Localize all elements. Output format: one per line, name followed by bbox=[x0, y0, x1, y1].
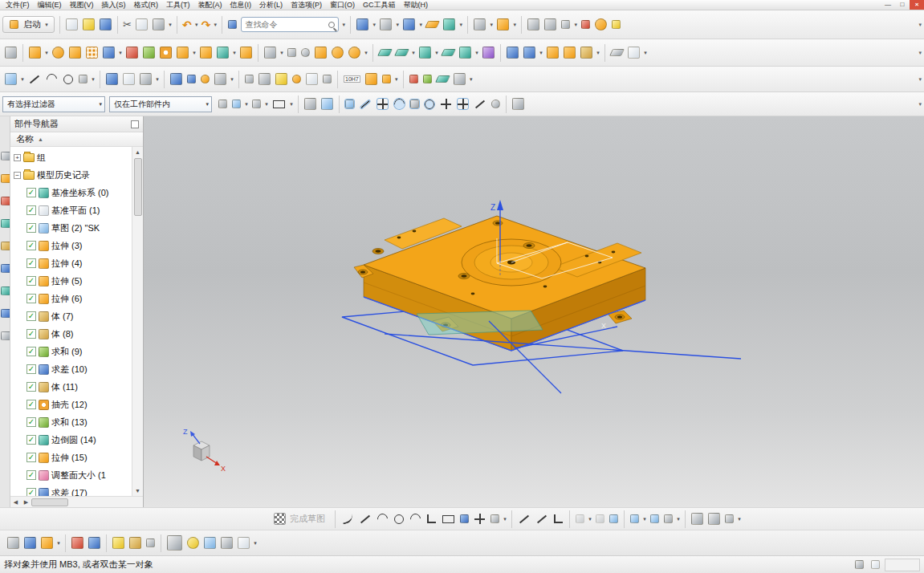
checkbox[interactable]: ✓ bbox=[26, 435, 36, 445]
menu-file[interactable]: 文件(F) bbox=[2, 0, 34, 10]
quick-trim-button[interactable] bbox=[519, 514, 529, 523]
chevron-down-icon[interactable]: ▾ bbox=[394, 22, 401, 28]
save-button[interactable] bbox=[100, 18, 112, 30]
chevron-down-icon[interactable]: ▾ bbox=[434, 50, 440, 56]
menu-insert[interactable]: 插入(S) bbox=[98, 0, 130, 10]
sketch-line-button[interactable] bbox=[30, 75, 39, 83]
checkbox[interactable]: ✓ bbox=[26, 347, 36, 356]
chevron-down-icon[interactable]: ▾ bbox=[90, 76, 96, 83]
edit-object-display-button[interactable] bbox=[497, 18, 509, 30]
menu-analysis[interactable]: 分析(L) bbox=[255, 0, 287, 10]
chevron-down-icon[interactable]: ▾ bbox=[154, 76, 161, 83]
chevron-down-icon[interactable]: ▾ bbox=[572, 22, 579, 28]
move-object-button[interactable] bbox=[474, 18, 486, 30]
deviation-gauge-button[interactable] bbox=[292, 75, 301, 83]
transparent-body-button[interactable] bbox=[321, 98, 333, 110]
direct-sketch-button[interactable] bbox=[5, 73, 17, 85]
show-hide-button[interactable] bbox=[204, 537, 216, 549]
spell-check-button[interactable] bbox=[123, 73, 135, 85]
set-sketch-symmetry-button[interactable] bbox=[609, 514, 618, 523]
chevron-down-icon[interactable]: ▾ bbox=[43, 50, 50, 56]
wrap-geometry-button[interactable] bbox=[482, 47, 495, 59]
chevron-down-icon[interactable]: ▾ bbox=[231, 50, 238, 56]
chevron-down-icon[interactable]: ▾ bbox=[538, 50, 544, 56]
rectangle-button[interactable] bbox=[442, 515, 454, 523]
checkbox[interactable]: ✓ bbox=[26, 223, 36, 233]
sync-modeling-button[interactable] bbox=[201, 75, 210, 83]
toolbar-overflow-icon[interactable]: ▾ bbox=[918, 101, 922, 108]
tree-item[interactable]: ✓ 调整面大小 (1 bbox=[10, 466, 132, 484]
i-form-button[interactable] bbox=[435, 75, 450, 83]
expressions-button[interactable] bbox=[106, 73, 118, 85]
sketch-circle-button[interactable] bbox=[63, 75, 73, 84]
chevron-down-icon[interactable]: ▾ bbox=[212, 22, 218, 28]
display-mode-button[interactable] bbox=[167, 535, 182, 551]
offset-surface-button[interactable] bbox=[507, 47, 519, 59]
maximize-button[interactable]: □ bbox=[895, 0, 910, 10]
snap-existing-point-button[interactable] bbox=[458, 99, 468, 109]
new-component-button[interactable] bbox=[112, 537, 124, 549]
wave-geometry-link-button[interactable] bbox=[71, 537, 83, 549]
chevron-down-icon[interactable]: ▾ bbox=[468, 76, 474, 83]
snap-midpoint-button[interactable] bbox=[377, 99, 388, 109]
point-button[interactable] bbox=[301, 48, 310, 57]
search-input[interactable] bbox=[245, 20, 328, 29]
scroll-left-icon[interactable]: ◀ bbox=[10, 499, 21, 506]
trim-body-button[interactable] bbox=[217, 47, 229, 59]
checkbox[interactable]: ✓ bbox=[26, 294, 36, 303]
chevron-down-icon[interactable]: ▾ bbox=[641, 516, 648, 522]
copy-button[interactable] bbox=[136, 18, 148, 30]
fit-curve-button[interactable] bbox=[79, 75, 88, 83]
paste-button[interactable] bbox=[153, 18, 165, 30]
body-feature-button[interactable] bbox=[580, 47, 592, 59]
toolbar-overflow-icon[interactable]: ▾ bbox=[918, 76, 922, 83]
snap-control-point-button[interactable] bbox=[392, 96, 406, 111]
x-form-button[interactable] bbox=[423, 75, 432, 83]
toolbar-overflow-icon[interactable]: ▾ bbox=[918, 22, 922, 28]
section-view-button[interactable] bbox=[221, 537, 233, 549]
work-part-button[interactable] bbox=[425, 21, 440, 28]
sphere-button[interactable] bbox=[348, 47, 360, 59]
circle-button[interactable] bbox=[394, 514, 404, 524]
edit-move-button[interactable] bbox=[140, 73, 152, 85]
rapid-dimension-button[interactable] bbox=[576, 514, 584, 523]
chevron-down-icon[interactable]: ▾ bbox=[19, 76, 26, 83]
interpart-link-button[interactable] bbox=[187, 537, 199, 549]
scrollbar-thumb[interactable] bbox=[134, 158, 142, 216]
hd3d-tools-tab[interactable] bbox=[1, 242, 10, 250]
chevron-down-icon[interactable]: ▾ bbox=[191, 50, 197, 56]
sketch-arc-button[interactable] bbox=[44, 71, 59, 86]
move-component-button[interactable] bbox=[7, 537, 19, 549]
open-button[interactable] bbox=[83, 18, 95, 30]
tree-item[interactable]: ✓ 求差 (10) bbox=[10, 360, 132, 378]
chevron-down-icon[interactable]: ▾ bbox=[736, 516, 743, 522]
chevron-down-icon[interactable]: ▾ bbox=[488, 22, 495, 28]
chevron-down-icon[interactable]: ▾ bbox=[252, 540, 258, 547]
sketch-more-button[interactable] bbox=[725, 514, 734, 523]
fillet-button[interactable] bbox=[408, 511, 422, 526]
vertical-scrollbar[interactable]: ▲ ▼ bbox=[132, 147, 143, 496]
patch-button[interactable] bbox=[628, 47, 640, 59]
selection-filter-combo[interactable]: 有选择过滤器 ▾ bbox=[2, 96, 105, 112]
tree-item[interactable]: ✓ 体 (7) bbox=[10, 307, 132, 325]
hole-button[interactable] bbox=[69, 47, 81, 59]
checkbox[interactable]: ✓ bbox=[26, 258, 36, 268]
draft-button[interactable] bbox=[240, 47, 252, 59]
tree-item[interactable]: ✓ 边倒圆 (14) bbox=[10, 431, 132, 449]
undo-button[interactable]: ↶ bbox=[182, 19, 192, 30]
name-column-header[interactable]: 名称 ▲ bbox=[10, 132, 143, 147]
history-palette-tab[interactable] bbox=[1, 286, 10, 295]
tree-item[interactable]: ✓ 求和 (13) bbox=[10, 413, 132, 431]
start-button[interactable]: 启动 ▾ bbox=[2, 16, 55, 33]
checkbox[interactable]: ✓ bbox=[26, 453, 36, 462]
enable-snap-point-button[interactable] bbox=[345, 100, 354, 108]
wireframe-display-button[interactable] bbox=[238, 537, 250, 549]
chevron-down-icon[interactable]: ▾ bbox=[117, 50, 124, 56]
n-sided-surface-button[interactable] bbox=[441, 49, 456, 56]
rectangle-select-button[interactable] bbox=[273, 100, 285, 108]
checkbox[interactable]: ✓ bbox=[26, 488, 36, 496]
measure-angle-button[interactable] bbox=[275, 73, 287, 85]
sew-button[interactable] bbox=[459, 47, 471, 59]
chevron-down-icon[interactable]: ▾ bbox=[410, 50, 417, 56]
system-materials-tab[interactable] bbox=[1, 309, 10, 318]
